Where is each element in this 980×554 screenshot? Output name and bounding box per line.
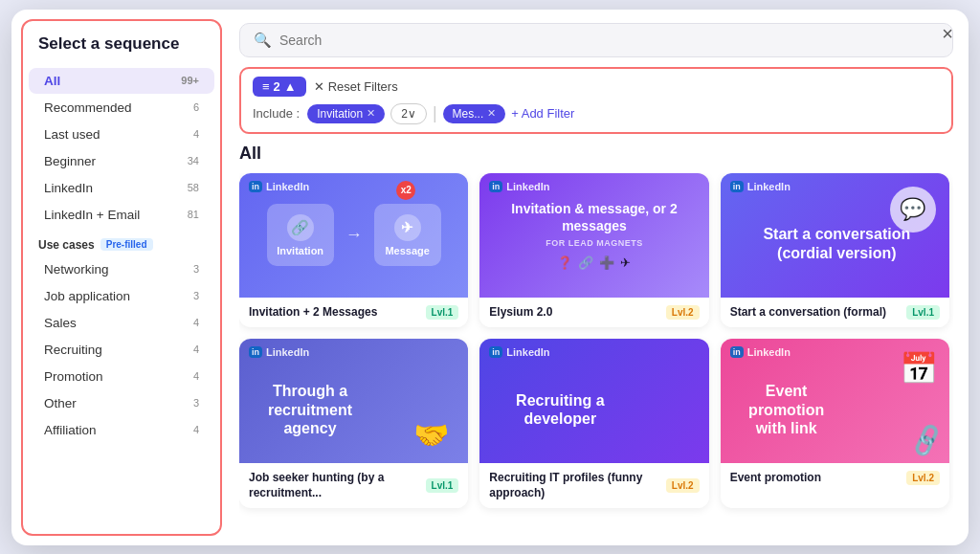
link-chain-icon: 🔗 [907, 422, 947, 460]
card-elysium[interactable]: in LinkedIn Invitation & message, or 2 m… [479, 173, 708, 328]
sidebar-item-linkedin-email[interactable]: LinkedIn + Email 81 [29, 202, 214, 228]
level-badge: Lvl.2 [666, 478, 700, 493]
main-content: 🔍 ≡ 2 ▲ ✕ Reset Filters Include : Invita… [232, 10, 969, 545]
linkedin-icon: in [730, 346, 744, 358]
card-title: Elysium 2.0 [489, 305, 666, 321]
link-icon: 🔗 [287, 214, 314, 241]
sidebar-item-recruiting[interactable]: Recruiting 4 [29, 337, 214, 363]
sidebar-item-recommended[interactable]: Recommended 6 [29, 95, 214, 121]
sidebar-item-label: Other [44, 396, 77, 410]
card-recruitment[interactable]: in LinkedIn Through a recruitment agency… [239, 339, 468, 508]
sidebar-item-promotion[interactable]: Promotion 4 [29, 364, 214, 389]
sidebar-item-count: 6 [193, 101, 199, 113]
linkedin-badge: in LinkedIn [249, 181, 309, 192]
sidebar-item-label: Networking [44, 262, 109, 277]
filter-tags-row: Include : Invitation ✕ 2∨ | Mes... ✕ + A… [253, 103, 940, 124]
message-box: ✈ Message [374, 204, 441, 266]
reset-label: Reset Filters [328, 79, 398, 94]
sidebar-item-other[interactable]: Other 3 [29, 390, 214, 416]
linkedin-label: LinkedIn [747, 346, 791, 358]
sidebar: Select a sequence All 99+ Recommended 6 … [21, 19, 222, 536]
elysium-icons: ❓ 🔗 ➕ ✈ [557, 255, 631, 270]
filter-tag-mes[interactable]: Mes... ✕ [443, 104, 506, 123]
sidebar-item-sales[interactable]: Sales 4 [29, 310, 214, 336]
level-badge: Lvl.1 [426, 478, 459, 493]
sidebar-item-count: 3 [193, 397, 199, 409]
include-label: Include : [253, 106, 300, 121]
conversation-card-title: Start a conversation (cordial version) [734, 225, 940, 261]
remove-tag-icon[interactable]: ✕ [487, 107, 496, 120]
search-input[interactable] [279, 33, 939, 48]
linkedin-icon: in [730, 181, 744, 192]
sidebar-item-label: LinkedIn [44, 181, 93, 195]
sidebar-item-count: 4 [193, 424, 199, 435]
card-conversation[interactable]: in LinkedIn 💬 Start a conversation (cord… [721, 173, 949, 328]
sidebar-item-last-used[interactable]: Last used 4 [29, 122, 214, 147]
arrow-icon: → [345, 225, 363, 245]
card-event[interactable]: in LinkedIn 📅 Event promotion with link … [721, 339, 949, 508]
sidebar-item-count: 99+ [181, 75, 199, 86]
filter-tag-2v[interactable]: 2∨ [390, 103, 427, 124]
use-cases-section: Use cases Pre-filled [23, 229, 220, 255]
card-footer-3: Start a conversation (formal) Lvl.1 [721, 298, 949, 328]
card-footer-1: Invitation + 2 Messages Lvl.1 [239, 298, 468, 328]
cards-grid: in LinkedIn x2 🔗 Invitation → ✈ [239, 173, 953, 509]
sidebar-item-all[interactable]: All 99+ [29, 68, 214, 94]
linkedin-badge: in LinkedIn [489, 181, 549, 192]
linkedin-badge: in LinkedIn [249, 346, 309, 358]
flow-diagram: 🔗 Invitation → ✈ Message [267, 204, 441, 266]
plus-icon: ➕ [599, 255, 614, 270]
card-title: Start a conversation (formal) [730, 305, 907, 321]
card-title: Invitation + 2 Messages [249, 305, 426, 321]
sidebar-item-linkedin[interactable]: LinkedIn 58 [29, 175, 214, 201]
invitation-box: 🔗 Invitation [267, 204, 334, 266]
sidebar-item-count: 4 [193, 128, 199, 140]
sidebar-item-label: Recruiting [44, 343, 102, 357]
question-icon: ❓ [557, 255, 572, 270]
sidebar-item-job-application[interactable]: Job application 3 [29, 283, 214, 309]
card-footer-5: Recruiting IT profiles (funny approach) … [479, 463, 708, 508]
add-filter-button[interactable]: + Add Filter [511, 106, 574, 121]
link-icon: 🔗 [578, 255, 593, 270]
plus-badge: x2 [396, 181, 415, 200]
filter-icon: ≡ [262, 79, 270, 94]
sidebar-item-label: Job application [44, 289, 130, 303]
sidebar-item-label: Sales [44, 316, 77, 330]
card-image-5: in LinkedIn Recruiting a developer [479, 339, 708, 463]
card-developer[interactable]: in LinkedIn Recruiting a developer Recru… [479, 339, 708, 508]
filter-tag-invitation[interactable]: Invitation ✕ [307, 104, 385, 123]
filter-count-button[interactable]: ≡ 2 ▲ [253, 77, 306, 97]
card-invitation-messages[interactable]: in LinkedIn x2 🔗 Invitation → ✈ [239, 173, 468, 328]
reset-filters-button[interactable]: ✕ Reset Filters [314, 79, 398, 94]
level-badge: Lvl.2 [666, 305, 700, 320]
linkedin-label: LinkedIn [506, 346, 549, 358]
send-icon: ✈ [620, 255, 631, 270]
card-title: Job seeker hunting (by a recruitment... [249, 471, 426, 500]
event-card-title: Event promotion with link [734, 382, 839, 437]
cards-container: in LinkedIn x2 🔗 Invitation → ✈ [239, 173, 953, 532]
developer-card-title: Recruiting a developer [493, 391, 627, 428]
sidebar-item-affiliation[interactable]: Affiliation 4 [29, 417, 214, 443]
sidebar-item-count: 4 [193, 317, 199, 328]
use-cases-label: Use cases [38, 238, 95, 252]
linkedin-icon: in [249, 346, 262, 358]
x-icon: ✕ [314, 79, 324, 94]
close-button[interactable]: × [942, 23, 953, 45]
card-title: Recruiting IT profiles (funny approach) [489, 471, 666, 500]
search-bar: 🔍 [239, 23, 953, 57]
card-image-2: in LinkedIn Invitation & message, or 2 m… [479, 173, 708, 298]
card-footer-6: Event promotion Lvl.2 [721, 463, 949, 494]
modal: × Select a sequence All 99+ Recommended … [11, 10, 969, 545]
level-badge: Lvl.2 [906, 471, 940, 485]
filter-bar: ≡ 2 ▲ ✕ Reset Filters Include : Invitati… [239, 67, 953, 134]
sidebar-item-label: LinkedIn + Email [44, 208, 140, 222]
chevron-up-icon: ▲ [284, 79, 297, 94]
remove-tag-icon[interactable]: ✕ [367, 107, 375, 120]
filter-top-row: ≡ 2 ▲ ✕ Reset Filters [253, 77, 940, 97]
level-badge: Lvl.1 [906, 305, 940, 320]
sidebar-item-beginner[interactable]: Beginner 34 [29, 148, 214, 174]
sidebar-item-networking[interactable]: Networking 3 [29, 256, 214, 282]
sidebar-item-count: 58 [188, 182, 199, 193]
card-image-4: in LinkedIn Through a recruitment agency… [239, 339, 468, 463]
linkedin-badge: in LinkedIn [730, 346, 791, 358]
